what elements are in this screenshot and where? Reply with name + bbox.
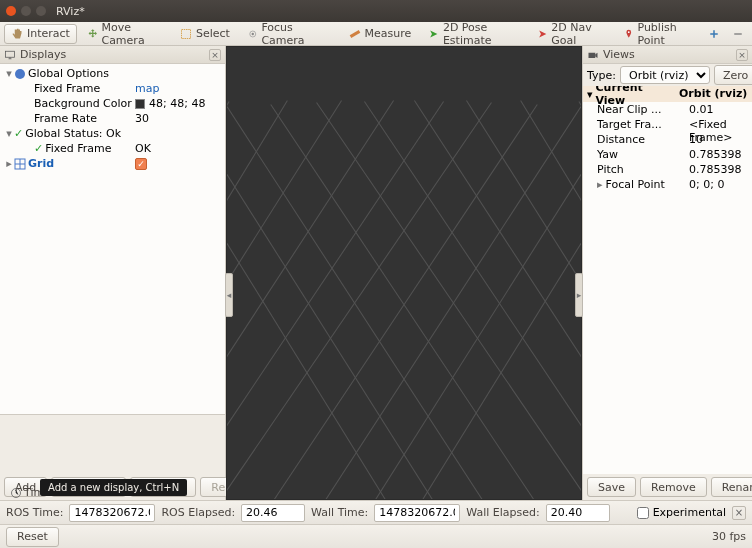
background-color-value[interactable]: 48; 48; 48 bbox=[135, 97, 225, 110]
distance-value[interactable]: 10 bbox=[685, 132, 752, 147]
svg-line-11 bbox=[271, 105, 581, 499]
viewport-3d[interactable]: ◂ ▸ bbox=[226, 46, 582, 500]
views-properties[interactable]: ▾Current ViewOrbit (rviz) Near Clip ...0… bbox=[583, 86, 752, 280]
svg-line-26 bbox=[227, 100, 287, 499]
svg-rect-0 bbox=[181, 29, 190, 38]
svg-line-13 bbox=[364, 101, 581, 499]
fixed-frame-status-label[interactable]: Fixed Frame bbox=[45, 142, 135, 155]
publish-point-button[interactable]: Publish Point bbox=[617, 24, 700, 44]
wall-time-label: Wall Time: bbox=[311, 506, 368, 519]
target-frame-label[interactable]: Target Fra... bbox=[593, 117, 685, 132]
svg-point-2 bbox=[251, 32, 253, 34]
type-label: Type: bbox=[587, 69, 616, 82]
yaw-value[interactable]: 0.785398 bbox=[685, 147, 752, 162]
focus-camera-icon bbox=[248, 28, 258, 40]
add-tooltip: Add a new display, Ctrl+N bbox=[40, 479, 187, 496]
window-close-button[interactable] bbox=[6, 6, 16, 16]
wall-elapsed-field[interactable] bbox=[546, 504, 610, 522]
svg-rect-3 bbox=[349, 30, 360, 38]
window-title: RViz* bbox=[56, 5, 85, 18]
pitch-label[interactable]: Pitch bbox=[593, 162, 685, 177]
window-maximize-button[interactable] bbox=[36, 6, 46, 16]
displays-close-button[interactable]: × bbox=[209, 49, 221, 61]
move-camera-label: Move Camera bbox=[101, 21, 161, 47]
remove-view-button[interactable]: Remove bbox=[640, 477, 707, 497]
svg-line-24 bbox=[227, 100, 394, 499]
ros-time-field[interactable] bbox=[69, 504, 155, 522]
nav-goal-label: 2D Nav Goal bbox=[551, 21, 606, 47]
fps-label: 30 fps bbox=[712, 530, 746, 543]
rename-view-button[interactable]: Rename bbox=[711, 477, 752, 497]
save-view-button[interactable]: Save bbox=[587, 477, 636, 497]
fixed-frame-label[interactable]: Fixed Frame bbox=[34, 82, 135, 95]
camera-icon bbox=[587, 49, 599, 61]
displays-title: Displays bbox=[20, 48, 66, 61]
time-status-bar: ROS Time: ROS Elapsed: Wall Time: Wall E… bbox=[0, 500, 752, 524]
fixed-frame-value[interactable]: map bbox=[135, 82, 225, 95]
frame-rate-value[interactable]: 30 bbox=[135, 112, 225, 125]
displays-icon bbox=[4, 49, 16, 61]
left-splitter-handle[interactable]: ◂ bbox=[225, 273, 233, 317]
experimental-checkbox[interactable]: Experimental bbox=[637, 506, 726, 519]
target-frame-value[interactable]: <Fixed Frame> bbox=[685, 117, 752, 132]
views-title: Views bbox=[603, 48, 635, 61]
displays-panel: Displays × ▾Global Options Fixed Framema… bbox=[0, 46, 226, 500]
near-clip-label[interactable]: Near Clip ... bbox=[593, 102, 685, 117]
focus-camera-button[interactable]: Focus Camera bbox=[241, 24, 331, 44]
select-icon bbox=[180, 28, 192, 40]
fixed-frame-status-value: OK bbox=[135, 142, 225, 155]
publish-point-label: Publish Point bbox=[637, 21, 693, 47]
svg-line-15 bbox=[466, 100, 581, 499]
window-minimize-button[interactable] bbox=[21, 6, 31, 16]
svg-line-8 bbox=[227, 109, 404, 499]
distance-label[interactable]: Distance bbox=[593, 132, 685, 147]
background-color-label[interactable]: Background Color bbox=[34, 97, 135, 110]
interact-button[interactable]: Interact bbox=[4, 24, 77, 44]
views-close-button[interactable]: × bbox=[736, 49, 748, 61]
global-options-item[interactable]: Global Options bbox=[28, 67, 225, 80]
globe-icon bbox=[14, 68, 26, 80]
svg-line-19 bbox=[342, 109, 581, 499]
measure-label: Measure bbox=[365, 27, 412, 40]
measure-button[interactable]: Measure bbox=[342, 24, 419, 44]
grid-icon bbox=[14, 158, 26, 170]
wall-time-field[interactable] bbox=[374, 504, 460, 522]
select-button[interactable]: Select bbox=[173, 24, 237, 44]
pose-estimate-label: 2D Pose Estimate bbox=[443, 21, 520, 47]
measure-icon bbox=[349, 28, 361, 40]
svg-line-20 bbox=[273, 107, 581, 499]
focal-point-label[interactable]: Focal Point bbox=[606, 178, 665, 191]
views-panel: Views × Type: Orbit (rviz) Zero ▾Current… bbox=[582, 46, 752, 500]
svg-rect-28 bbox=[589, 52, 596, 57]
svg-point-6 bbox=[15, 69, 25, 79]
view-type-select[interactable]: Orbit (rviz) bbox=[620, 66, 710, 84]
pose-estimate-icon bbox=[429, 28, 439, 40]
ros-elapsed-field[interactable] bbox=[241, 504, 305, 522]
near-clip-value[interactable]: 0.01 bbox=[685, 102, 752, 117]
svg-point-4 bbox=[628, 31, 630, 33]
frame-rate-label[interactable]: Frame Rate bbox=[34, 112, 135, 125]
time-close-button[interactable]: × bbox=[732, 506, 746, 520]
toolbar-plus-button[interactable] bbox=[704, 24, 724, 44]
grid-checkbox[interactable]: ✓ bbox=[135, 158, 147, 170]
displays-tree[interactable]: ▾Global Options Fixed Framemap Backgroun… bbox=[0, 64, 225, 414]
svg-line-16 bbox=[521, 100, 581, 499]
reset-button[interactable]: Reset bbox=[6, 527, 59, 547]
zero-button[interactable]: Zero bbox=[714, 65, 752, 85]
plus-icon bbox=[708, 28, 720, 40]
pose-estimate-button[interactable]: 2D Pose Estimate bbox=[422, 24, 526, 44]
right-splitter-handle[interactable]: ▸ bbox=[575, 273, 583, 317]
move-camera-button[interactable]: Move Camera bbox=[81, 24, 169, 44]
yaw-label[interactable]: Yaw bbox=[593, 147, 685, 162]
svg-line-10 bbox=[227, 107, 535, 499]
toolbar-minus-button[interactable] bbox=[728, 24, 748, 44]
main-toolbar: Interact Move Camera Select Focus Camera… bbox=[0, 22, 752, 46]
pitch-value[interactable]: 0.785398 bbox=[685, 162, 752, 177]
svg-line-25 bbox=[227, 100, 342, 499]
window-titlebar: RViz* bbox=[0, 0, 752, 22]
nav-goal-button[interactable]: 2D Nav Goal bbox=[531, 24, 613, 44]
select-label: Select bbox=[196, 27, 230, 40]
focal-point-value[interactable]: 0; 0; 0 bbox=[685, 177, 752, 192]
grid-item[interactable]: Grid bbox=[28, 157, 135, 170]
global-status-item[interactable]: Global Status: Ok bbox=[25, 127, 225, 140]
